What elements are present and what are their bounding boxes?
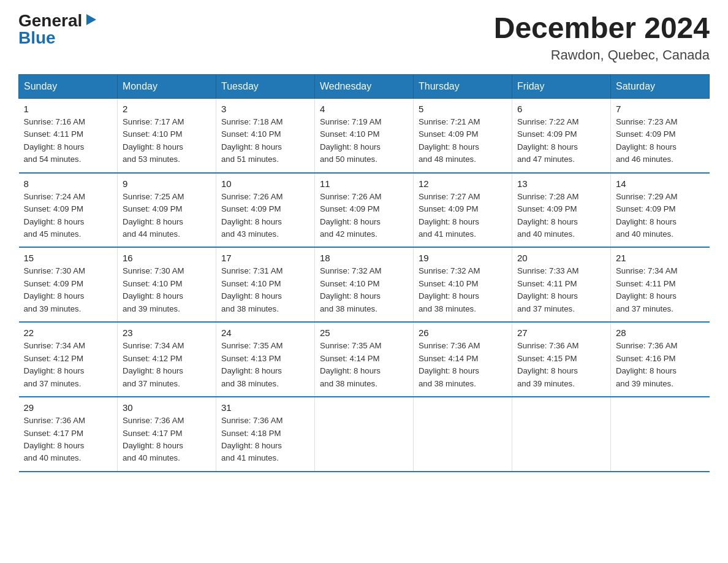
calendar-day-cell: 13 Sunrise: 7:28 AM Sunset: 4:09 PM Dayl… bbox=[512, 173, 611, 248]
calendar-day-cell: 4 Sunrise: 7:19 AM Sunset: 4:10 PM Dayli… bbox=[315, 98, 414, 172]
day-number: 10 bbox=[221, 178, 309, 189]
day-info: Sunrise: 7:29 AM Sunset: 4:09 PM Dayligh… bbox=[616, 191, 705, 241]
calendar-day-cell: 18 Sunrise: 7:32 AM Sunset: 4:10 PM Dayl… bbox=[315, 247, 414, 322]
calendar-day-cell: 27 Sunrise: 7:36 AM Sunset: 4:15 PM Dayl… bbox=[512, 322, 611, 397]
calendar-day-cell: 7 Sunrise: 7:23 AM Sunset: 4:09 PM Dayli… bbox=[611, 98, 710, 172]
logo-general-text: General bbox=[18, 12, 82, 29]
calendar-week-row: 1 Sunrise: 7:16 AM Sunset: 4:11 PM Dayli… bbox=[19, 98, 710, 172]
day-info: Sunrise: 7:28 AM Sunset: 4:09 PM Dayligh… bbox=[517, 191, 605, 241]
day-number: 7 bbox=[616, 104, 705, 114]
day-info: Sunrise: 7:16 AM Sunset: 4:11 PM Dayligh… bbox=[24, 116, 113, 166]
day-info: Sunrise: 7:22 AM Sunset: 4:09 PM Dayligh… bbox=[517, 116, 605, 166]
day-info: Sunrise: 7:30 AM Sunset: 4:10 PM Dayligh… bbox=[123, 265, 211, 315]
calendar-day-cell: 8 Sunrise: 7:24 AM Sunset: 4:09 PM Dayli… bbox=[19, 173, 118, 248]
calendar-day-cell: 3 Sunrise: 7:18 AM Sunset: 4:10 PM Dayli… bbox=[216, 98, 315, 172]
calendar-week-row: 29 Sunrise: 7:36 AM Sunset: 4:17 PM Dayl… bbox=[19, 397, 710, 472]
day-number: 28 bbox=[616, 327, 705, 338]
day-number: 31 bbox=[221, 402, 309, 413]
day-number: 6 bbox=[517, 104, 605, 114]
calendar-day-cell: 6 Sunrise: 7:22 AM Sunset: 4:09 PM Dayli… bbox=[512, 98, 611, 172]
header-saturday: Saturday bbox=[611, 74, 710, 98]
header-friday: Friday bbox=[512, 74, 611, 98]
calendar-day-cell: 11 Sunrise: 7:26 AM Sunset: 4:09 PM Dayl… bbox=[315, 173, 414, 248]
day-number: 5 bbox=[419, 104, 507, 114]
svg-marker-0 bbox=[86, 14, 96, 25]
day-info: Sunrise: 7:27 AM Sunset: 4:09 PM Dayligh… bbox=[419, 191, 507, 241]
day-info: Sunrise: 7:33 AM Sunset: 4:11 PM Dayligh… bbox=[517, 265, 605, 315]
header-sunday: Sunday bbox=[19, 74, 118, 98]
day-info: Sunrise: 7:36 AM Sunset: 4:17 PM Dayligh… bbox=[123, 415, 211, 465]
day-info: Sunrise: 7:32 AM Sunset: 4:10 PM Dayligh… bbox=[419, 265, 507, 315]
calendar-empty-cell bbox=[315, 397, 414, 472]
day-number: 11 bbox=[320, 178, 408, 189]
day-info: Sunrise: 7:25 AM Sunset: 4:09 PM Dayligh… bbox=[123, 191, 211, 241]
day-info: Sunrise: 7:35 AM Sunset: 4:13 PM Dayligh… bbox=[221, 340, 309, 390]
logo: General Blue bbox=[18, 12, 97, 47]
day-number: 13 bbox=[517, 178, 605, 189]
calendar-day-cell: 15 Sunrise: 7:30 AM Sunset: 4:09 PM Dayl… bbox=[19, 247, 118, 322]
day-number: 24 bbox=[221, 327, 309, 338]
day-number: 3 bbox=[221, 104, 309, 114]
day-info: Sunrise: 7:23 AM Sunset: 4:09 PM Dayligh… bbox=[616, 116, 705, 166]
day-number: 21 bbox=[616, 253, 705, 263]
header-tuesday: Tuesday bbox=[216, 74, 315, 98]
day-number: 2 bbox=[123, 104, 211, 114]
logo-blue-text: Blue bbox=[18, 29, 56, 47]
day-number: 25 bbox=[320, 327, 408, 338]
calendar-header-row: SundayMondayTuesdayWednesdayThursdayFrid… bbox=[19, 74, 710, 98]
page-subtitle: Rawdon, Quebec, Canada bbox=[494, 47, 710, 63]
day-info: Sunrise: 7:34 AM Sunset: 4:12 PM Dayligh… bbox=[24, 340, 113, 390]
calendar-day-cell: 17 Sunrise: 7:31 AM Sunset: 4:10 PM Dayl… bbox=[216, 247, 315, 322]
calendar-day-cell: 23 Sunrise: 7:34 AM Sunset: 4:12 PM Dayl… bbox=[118, 322, 216, 397]
calendar-day-cell: 29 Sunrise: 7:36 AM Sunset: 4:17 PM Dayl… bbox=[19, 397, 118, 472]
header-monday: Monday bbox=[118, 74, 216, 98]
calendar-day-cell: 22 Sunrise: 7:34 AM Sunset: 4:12 PM Dayl… bbox=[19, 322, 118, 397]
day-number: 20 bbox=[517, 253, 605, 263]
day-number: 30 bbox=[123, 402, 211, 413]
calendar-week-row: 22 Sunrise: 7:34 AM Sunset: 4:12 PM Dayl… bbox=[19, 322, 710, 397]
day-info: Sunrise: 7:24 AM Sunset: 4:09 PM Dayligh… bbox=[24, 191, 113, 241]
page-header: General Blue December 2024 Rawdon, Quebe… bbox=[18, 12, 710, 63]
day-info: Sunrise: 7:26 AM Sunset: 4:09 PM Dayligh… bbox=[320, 191, 408, 241]
calendar-day-cell: 1 Sunrise: 7:16 AM Sunset: 4:11 PM Dayli… bbox=[19, 98, 118, 172]
day-info: Sunrise: 7:18 AM Sunset: 4:10 PM Dayligh… bbox=[221, 116, 309, 166]
day-info: Sunrise: 7:36 AM Sunset: 4:14 PM Dayligh… bbox=[419, 340, 507, 390]
day-info: Sunrise: 7:30 AM Sunset: 4:09 PM Dayligh… bbox=[24, 265, 113, 315]
page-title: December 2024 bbox=[494, 12, 710, 45]
title-block: December 2024 Rawdon, Quebec, Canada bbox=[494, 12, 710, 63]
day-info: Sunrise: 7:31 AM Sunset: 4:10 PM Dayligh… bbox=[221, 265, 309, 315]
calendar-empty-cell bbox=[512, 397, 611, 472]
day-info: Sunrise: 7:36 AM Sunset: 4:17 PM Dayligh… bbox=[24, 415, 113, 465]
calendar-day-cell: 28 Sunrise: 7:36 AM Sunset: 4:16 PM Dayl… bbox=[611, 322, 710, 397]
calendar-day-cell: 26 Sunrise: 7:36 AM Sunset: 4:14 PM Dayl… bbox=[414, 322, 512, 397]
day-info: Sunrise: 7:19 AM Sunset: 4:10 PM Dayligh… bbox=[320, 116, 408, 166]
logo-triangle-icon bbox=[84, 13, 97, 26]
calendar-empty-cell bbox=[611, 397, 710, 472]
day-number: 27 bbox=[517, 327, 605, 338]
day-number: 17 bbox=[221, 253, 309, 263]
day-info: Sunrise: 7:32 AM Sunset: 4:10 PM Dayligh… bbox=[320, 265, 408, 315]
day-info: Sunrise: 7:26 AM Sunset: 4:09 PM Dayligh… bbox=[221, 191, 309, 241]
day-number: 12 bbox=[419, 178, 507, 189]
day-info: Sunrise: 7:36 AM Sunset: 4:15 PM Dayligh… bbox=[517, 340, 605, 390]
calendar-day-cell: 24 Sunrise: 7:35 AM Sunset: 4:13 PM Dayl… bbox=[216, 322, 315, 397]
day-number: 16 bbox=[123, 253, 211, 263]
calendar-day-cell: 31 Sunrise: 7:36 AM Sunset: 4:18 PM Dayl… bbox=[216, 397, 315, 472]
day-info: Sunrise: 7:34 AM Sunset: 4:11 PM Dayligh… bbox=[616, 265, 705, 315]
calendar-day-cell: 10 Sunrise: 7:26 AM Sunset: 4:09 PM Dayl… bbox=[216, 173, 315, 248]
calendar-day-cell: 5 Sunrise: 7:21 AM Sunset: 4:09 PM Dayli… bbox=[414, 98, 512, 172]
day-number: 4 bbox=[320, 104, 408, 114]
day-number: 14 bbox=[616, 178, 705, 189]
header-thursday: Thursday bbox=[414, 74, 512, 98]
day-number: 15 bbox=[24, 253, 113, 263]
day-number: 29 bbox=[24, 402, 113, 413]
header-wednesday: Wednesday bbox=[315, 74, 414, 98]
calendar-day-cell: 9 Sunrise: 7:25 AM Sunset: 4:09 PM Dayli… bbox=[118, 173, 216, 248]
calendar-week-row: 15 Sunrise: 7:30 AM Sunset: 4:09 PM Dayl… bbox=[19, 247, 710, 322]
day-info: Sunrise: 7:35 AM Sunset: 4:14 PM Dayligh… bbox=[320, 340, 408, 390]
calendar-day-cell: 16 Sunrise: 7:30 AM Sunset: 4:10 PM Dayl… bbox=[118, 247, 216, 322]
day-number: 19 bbox=[419, 253, 507, 263]
day-info: Sunrise: 7:36 AM Sunset: 4:18 PM Dayligh… bbox=[221, 415, 309, 465]
calendar-day-cell: 14 Sunrise: 7:29 AM Sunset: 4:09 PM Dayl… bbox=[611, 173, 710, 248]
day-number: 26 bbox=[419, 327, 507, 338]
